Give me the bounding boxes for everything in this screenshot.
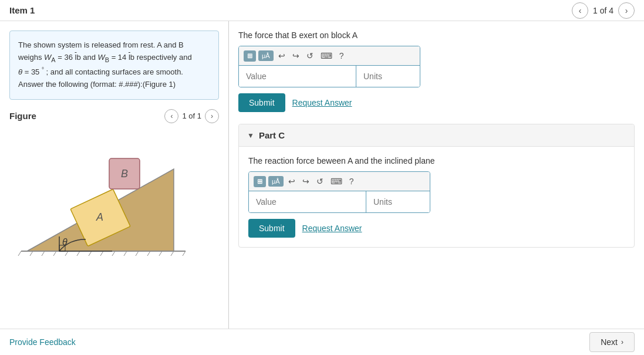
keyboard-button[interactable]: ⌨ bbox=[318, 50, 335, 62]
next-button[interactable]: Next › bbox=[589, 332, 635, 352]
part-b-block: The force that B exert on block A ⊞ μÅ ↩… bbox=[238, 31, 635, 112]
part-c-refresh-button[interactable]: ↺ bbox=[314, 175, 326, 187]
part-b-value-input[interactable] bbox=[239, 66, 356, 87]
part-c-value-input[interactable] bbox=[249, 191, 366, 212]
refresh-button[interactable]: ↺ bbox=[304, 50, 316, 62]
part-b-input-box: ⊞ μÅ ↩ ↪ ↺ ⌨ ? bbox=[238, 46, 420, 87]
part-b-action-row: Submit Request Answer bbox=[238, 93, 635, 112]
figure-next-button[interactable]: › bbox=[205, 109, 219, 123]
part-b-submit-button[interactable]: Submit bbox=[238, 93, 285, 112]
part-c-input-box: ⊞ μÅ ↩ ↪ ↺ ⌨ ? bbox=[248, 171, 430, 213]
part-c-toolbar: ⊞ μÅ ↩ ↪ ↺ ⌨ ? bbox=[249, 172, 430, 191]
svg-line-2 bbox=[18, 251, 21, 256]
part-c-question: The reaction force beween A and the incl… bbox=[248, 156, 625, 165]
header-navigation: ‹ 1 of 4 › bbox=[572, 2, 635, 19]
part-c-undo-button[interactable]: ↩ bbox=[286, 175, 298, 187]
part-b-input-row bbox=[239, 66, 420, 87]
part-c-redo-button[interactable]: ↪ bbox=[300, 175, 312, 187]
figure-title: Figure bbox=[9, 111, 36, 121]
main-layout: The shown system is released from rest. … bbox=[0, 21, 644, 355]
svg-line-11 bbox=[124, 251, 127, 256]
mu-button[interactable]: μÅ bbox=[258, 50, 274, 61]
part-b-request-answer-link[interactable]: Request Answer bbox=[292, 98, 352, 107]
figure-diagram: A B θ bbox=[9, 128, 209, 269]
figure-page: 1 of 1 bbox=[182, 111, 201, 120]
figure-navigation: ‹ 1 of 1 › bbox=[164, 109, 219, 123]
next-nav-button[interactable]: › bbox=[618, 2, 635, 19]
redo-button[interactable]: ↪ bbox=[290, 50, 302, 62]
part-c-title: Part C bbox=[259, 130, 285, 140]
part-c-grid-icon-button[interactable]: ⊞ bbox=[254, 176, 266, 187]
svg-line-4 bbox=[42, 251, 45, 256]
part-b-question: The force that B exert on block A bbox=[238, 31, 635, 40]
problem-line3: θ = 35 ° ; and all contacting surfaces a… bbox=[18, 67, 183, 76]
svg-line-6 bbox=[65, 251, 68, 256]
part-b-toolbar: ⊞ μÅ ↩ ↪ ↺ ⌨ ? bbox=[239, 46, 420, 66]
figure-header: Figure ‹ 1 of 1 › bbox=[9, 109, 219, 123]
svg-line-12 bbox=[136, 251, 139, 256]
previous-button[interactable]: ‹ bbox=[572, 2, 588, 19]
figure-section: Figure ‹ 1 of 1 › bbox=[9, 109, 219, 271]
part-c-input-row bbox=[249, 191, 430, 212]
svg-line-15 bbox=[171, 251, 174, 256]
page-indicator: 1 of 4 bbox=[593, 6, 613, 15]
svg-line-5 bbox=[53, 251, 56, 256]
svg-text:B: B bbox=[121, 168, 128, 180]
svg-text:A: A bbox=[96, 211, 103, 223]
part-c-header: ▼ Part C bbox=[239, 124, 634, 147]
provide-feedback-link[interactable]: Provide Feedback bbox=[9, 337, 76, 347]
part-c-section: ▼ Part C The reaction force beween A and… bbox=[238, 124, 635, 248]
next-chevron-icon: › bbox=[621, 338, 623, 346]
left-panel: The shown system is released from rest. … bbox=[0, 21, 229, 355]
part-c-help-button[interactable]: ? bbox=[347, 175, 356, 187]
part-b-units-input[interactable] bbox=[356, 66, 420, 87]
problem-text: The shown system is released from rest. … bbox=[9, 31, 219, 100]
svg-line-10 bbox=[112, 251, 115, 256]
collapse-icon[interactable]: ▼ bbox=[247, 131, 254, 140]
svg-line-3 bbox=[30, 251, 33, 256]
bottom-bar: Provide Feedback Next › bbox=[0, 329, 644, 355]
part-c-units-input[interactable] bbox=[366, 191, 430, 212]
right-panel: The force that B exert on block A ⊞ μÅ ↩… bbox=[229, 21, 644, 355]
svg-line-14 bbox=[159, 251, 162, 256]
problem-line4: Answer the following (format: #.###):(Fi… bbox=[18, 80, 176, 89]
help-button[interactable]: ? bbox=[337, 50, 346, 62]
part-c-submit-button[interactable]: Submit bbox=[248, 219, 295, 238]
svg-line-9 bbox=[100, 251, 103, 256]
part-c-request-answer-link[interactable]: Request Answer bbox=[302, 224, 362, 233]
problem-line2: weighs WA = 36 lb and WB = 14 lb respect… bbox=[18, 53, 192, 62]
header: Item 1 ‹ 1 of 4 › bbox=[0, 0, 644, 21]
undo-button[interactable]: ↩ bbox=[276, 50, 288, 62]
svg-line-7 bbox=[77, 251, 80, 256]
figure-prev-button[interactable]: ‹ bbox=[164, 109, 178, 123]
part-c-body: The reaction force beween A and the incl… bbox=[239, 147, 634, 247]
svg-line-8 bbox=[89, 251, 92, 256]
svg-line-13 bbox=[147, 251, 150, 256]
part-c-keyboard-button[interactable]: ⌨ bbox=[328, 175, 345, 187]
grid-icon-button[interactable]: ⊞ bbox=[244, 50, 256, 62]
item-title: Item 1 bbox=[9, 5, 35, 15]
part-c-mu-button[interactable]: μÅ bbox=[268, 176, 284, 187]
svg-line-16 bbox=[183, 251, 186, 256]
part-c-action-row: Submit Request Answer bbox=[248, 219, 625, 238]
next-button-label: Next bbox=[601, 337, 618, 347]
problem-line1: The shown system is released from rest. … bbox=[18, 40, 184, 49]
